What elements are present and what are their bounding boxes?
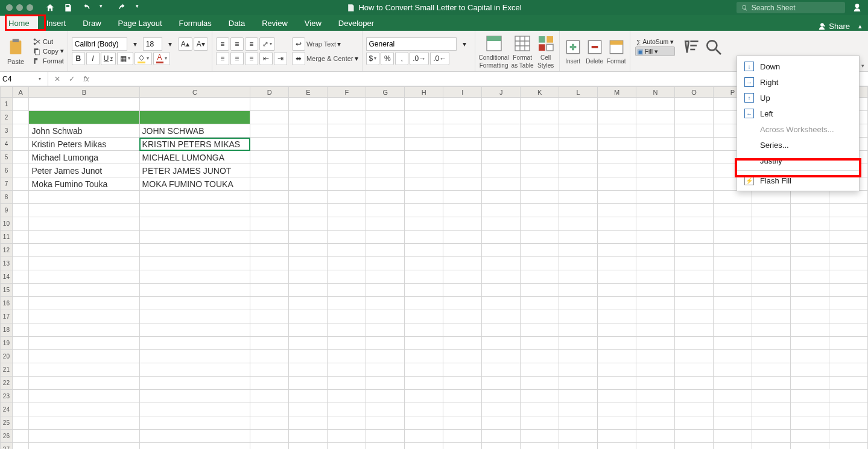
cell-O21[interactable]: [675, 363, 714, 377]
cell-R19[interactable]: [790, 337, 829, 350]
cell-N26[interactable]: [636, 430, 675, 443]
cell-L7[interactable]: [559, 177, 598, 191]
cell-C27[interactable]: [139, 443, 250, 450]
save-icon[interactable]: [63, 3, 73, 13]
cell-R12[interactable]: [790, 244, 829, 257]
cell-E17[interactable]: [289, 310, 328, 323]
cell-A19[interactable]: [12, 337, 29, 350]
cell-H25[interactable]: [405, 416, 443, 430]
cell-I11[interactable]: [443, 231, 482, 244]
cell-N24[interactable]: [636, 403, 675, 416]
increase-indent-button[interactable]: ⇥: [274, 52, 287, 65]
cell-D15[interactable]: [250, 284, 289, 297]
row-header-18[interactable]: 18: [1, 323, 13, 337]
cell-A6[interactable]: [12, 164, 29, 177]
cell-D21[interactable]: [250, 363, 289, 377]
cell-N15[interactable]: [636, 284, 675, 297]
cell-E19[interactable]: [289, 337, 328, 350]
cell-A22[interactable]: [12, 377, 29, 390]
cell-F24[interactable]: [328, 403, 366, 416]
cell-Q9[interactable]: [752, 204, 790, 217]
cell-R8[interactable]: [790, 191, 829, 204]
wrap-text-button[interactable]: ↩Wrap Text▾: [292, 37, 358, 51]
cell-G9[interactable]: [366, 204, 405, 217]
italic-button[interactable]: I: [86, 52, 100, 65]
cell-P11[interactable]: [713, 231, 752, 244]
col-header-J[interactable]: J: [482, 87, 521, 98]
cell-M5[interactable]: [598, 151, 636, 164]
align-left-button[interactable]: ≡: [216, 52, 229, 65]
cell-Q24[interactable]: [752, 403, 790, 416]
cell-O22[interactable]: [675, 377, 714, 390]
cell-E6[interactable]: [289, 164, 328, 177]
cell-H23[interactable]: [405, 390, 443, 403]
cell-O12[interactable]: [675, 244, 714, 257]
cell-M11[interactable]: [598, 231, 636, 244]
cell-N21[interactable]: [636, 363, 675, 377]
cell-H11[interactable]: [405, 231, 443, 244]
row-header-7[interactable]: 7: [1, 177, 13, 191]
cell-D7[interactable]: [250, 177, 289, 191]
cell-M17[interactable]: [598, 310, 636, 323]
font-color-button[interactable]: A▾: [153, 52, 170, 65]
cell-C3[interactable]: JOHN SCHWAB: [139, 124, 250, 138]
cell-O8[interactable]: [675, 191, 714, 204]
cell-K14[interactable]: [521, 270, 559, 284]
cell-D16[interactable]: [250, 297, 289, 310]
bold-button[interactable]: B: [72, 52, 85, 65]
cell-H4[interactable]: [405, 138, 443, 151]
align-middle-button[interactable]: ≡: [230, 37, 244, 51]
cell-S12[interactable]: [829, 244, 867, 257]
cell-A1[interactable]: [12, 98, 29, 111]
cell-J3[interactable]: [482, 124, 521, 138]
cell-M23[interactable]: [598, 390, 636, 403]
row-header-8[interactable]: 8: [1, 191, 13, 204]
cell-H2[interactable]: [405, 111, 443, 124]
cell-H27[interactable]: [405, 443, 443, 450]
cell-C17[interactable]: [139, 310, 250, 323]
cell-B20[interactable]: [29, 350, 139, 363]
cell-E18[interactable]: [289, 323, 328, 337]
cell-L18[interactable]: [559, 323, 598, 337]
align-center-button[interactable]: ≡: [230, 52, 244, 65]
cell-S14[interactable]: [829, 270, 867, 284]
cell-Q27[interactable]: [752, 443, 790, 450]
cell-I14[interactable]: [443, 270, 482, 284]
cell-D6[interactable]: [250, 164, 289, 177]
cell-O15[interactable]: [675, 284, 714, 297]
col-header-L[interactable]: L: [559, 87, 598, 98]
cell-A25[interactable]: [12, 416, 29, 430]
cell-A8[interactable]: [12, 191, 29, 204]
cell-F17[interactable]: [328, 310, 366, 323]
insert-cells-button[interactable]: Insert: [563, 37, 583, 65]
cell-S26[interactable]: [829, 430, 867, 443]
cell-C8[interactable]: [139, 191, 250, 204]
cell-K19[interactable]: [521, 337, 559, 350]
cell-E25[interactable]: [289, 416, 328, 430]
format-as-table-button[interactable]: Formatas Table: [512, 34, 534, 69]
cell-N14[interactable]: [636, 270, 675, 284]
col-header-N[interactable]: N: [636, 87, 675, 98]
cell-H26[interactable]: [405, 430, 443, 443]
cell-J15[interactable]: [482, 284, 521, 297]
cell-J21[interactable]: [482, 363, 521, 377]
cell-F2[interactable]: [328, 111, 366, 124]
cell-A16[interactable]: [12, 297, 29, 310]
cell-Q21[interactable]: [752, 363, 790, 377]
cell-G14[interactable]: [366, 270, 405, 284]
cell-F22[interactable]: [328, 377, 366, 390]
cell-I2[interactable]: [443, 111, 482, 124]
fill-left-item[interactable]: ←Left: [737, 106, 859, 121]
cell-G16[interactable]: [366, 297, 405, 310]
cell-F11[interactable]: [328, 231, 366, 244]
cell-G19[interactable]: [366, 337, 405, 350]
cell-D4[interactable]: [250, 138, 289, 151]
cell-N16[interactable]: [636, 297, 675, 310]
cell-M25[interactable]: [598, 416, 636, 430]
find-select-button[interactable]: x: [704, 37, 723, 65]
cell-B9[interactable]: [29, 204, 139, 217]
delete-cells-button[interactable]: Delete: [585, 37, 604, 65]
cell-M20[interactable]: [598, 350, 636, 363]
cell-P20[interactable]: [713, 350, 752, 363]
cell-E9[interactable]: [289, 204, 328, 217]
